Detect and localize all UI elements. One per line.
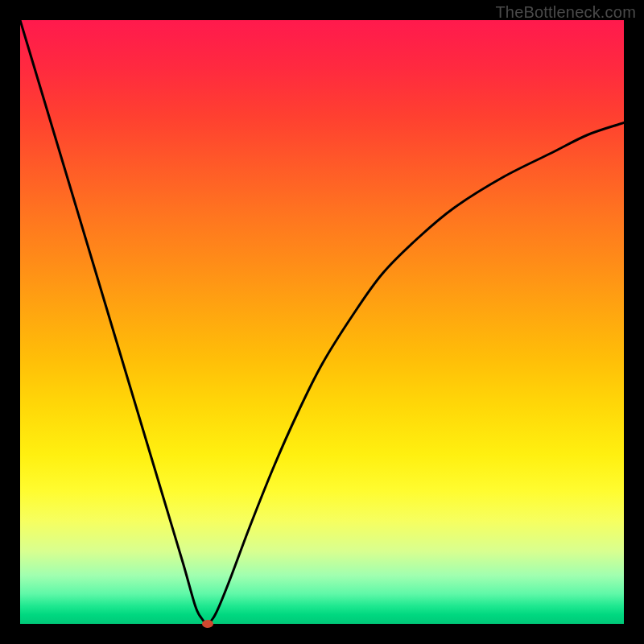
watermark-text: TheBottleneck.com xyxy=(495,3,636,22)
optimal-point-marker xyxy=(202,620,213,628)
curve-svg xyxy=(20,20,624,624)
chart-frame: TheBottleneck.com xyxy=(0,0,644,644)
bottleneck-curve xyxy=(20,20,624,624)
plot-area xyxy=(20,20,624,624)
